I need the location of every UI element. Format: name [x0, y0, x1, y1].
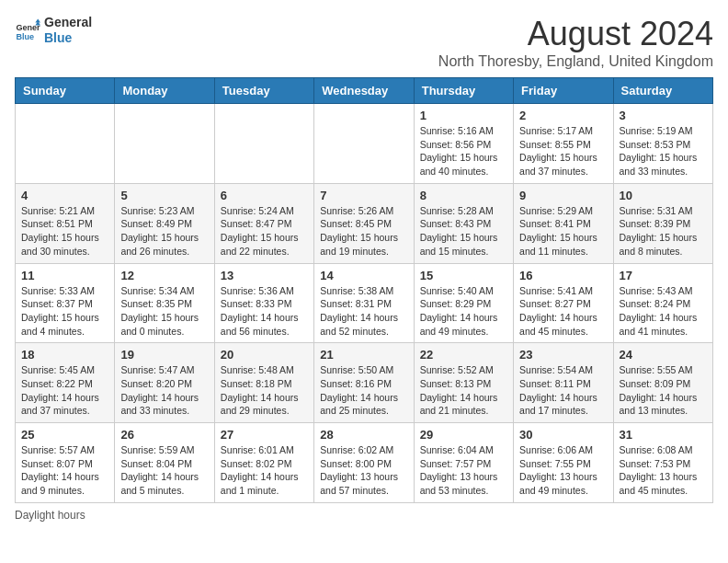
day-info: Sunrise: 5:21 AM Sunset: 8:51 PM Dayligh… — [21, 204, 108, 259]
day-cell: 15Sunrise: 5:40 AM Sunset: 8:29 PM Dayli… — [414, 263, 513, 343]
day-info: Sunrise: 5:55 AM Sunset: 8:09 PM Dayligh… — [620, 363, 707, 418]
day-info: Sunrise: 5:40 AM Sunset: 8:29 PM Dayligh… — [420, 284, 507, 339]
day-info: Sunrise: 5:16 AM Sunset: 8:56 PM Dayligh… — [420, 124, 507, 178]
week-row-1: 1Sunrise: 5:16 AM Sunset: 8:56 PM Daylig… — [16, 104, 713, 184]
day-number: 16 — [519, 269, 607, 282]
week-row-3: 11Sunrise: 5:33 AM Sunset: 8:37 PM Dayli… — [16, 263, 713, 343]
day-cell: 5Sunrise: 5:23 AM Sunset: 8:49 PM Daylig… — [115, 183, 214, 263]
day-cell: 17Sunrise: 5:43 AM Sunset: 8:24 PM Dayli… — [613, 263, 712, 343]
day-cell: 10Sunrise: 5:31 AM Sunset: 8:39 PM Dayli… — [613, 183, 712, 263]
day-number: 25 — [21, 428, 108, 442]
day-info: Sunrise: 5:26 AM Sunset: 8:45 PM Dayligh… — [320, 204, 407, 259]
day-number: 13 — [221, 269, 308, 282]
day-cell: 30Sunrise: 6:06 AM Sunset: 7:55 PM Dayli… — [514, 423, 613, 503]
day-cell: 20Sunrise: 5:48 AM Sunset: 8:18 PM Dayli… — [214, 343, 313, 423]
day-number: 7 — [320, 189, 407, 202]
day-info: Sunrise: 6:02 AM Sunset: 8:00 PM Dayligh… — [320, 443, 407, 498]
day-info: Sunrise: 5:33 AM Sunset: 8:37 PM Dayligh… — [21, 284, 108, 339]
day-cell: 27Sunrise: 6:01 AM Sunset: 8:02 PM Dayli… — [214, 423, 313, 503]
day-number: 15 — [420, 269, 507, 282]
day-info: Sunrise: 5:19 AM Sunset: 8:53 PM Dayligh… — [620, 124, 707, 178]
calendar-subtitle: North Thoresby, England, United Kingdom — [438, 53, 713, 70]
day-number: 14 — [320, 269, 407, 282]
day-number: 17 — [620, 269, 707, 282]
day-cell — [115, 104, 214, 184]
day-number: 11 — [21, 269, 108, 282]
day-info: Sunrise: 5:38 AM Sunset: 8:31 PM Dayligh… — [320, 284, 407, 339]
day-number: 24 — [620, 348, 707, 362]
week-row-4: 18Sunrise: 5:45 AM Sunset: 8:22 PM Dayli… — [16, 343, 713, 423]
day-number: 9 — [519, 189, 607, 202]
day-cell: 23Sunrise: 5:54 AM Sunset: 8:11 PM Dayli… — [514, 343, 613, 423]
day-number: 3 — [620, 109, 707, 122]
day-info: Sunrise: 5:36 AM Sunset: 8:33 PM Dayligh… — [221, 284, 308, 339]
day-cell: 3Sunrise: 5:19 AM Sunset: 8:53 PM Daylig… — [613, 104, 712, 184]
day-number: 8 — [420, 189, 507, 202]
day-info: Sunrise: 5:45 AM Sunset: 8:22 PM Dayligh… — [21, 363, 108, 418]
day-info: Sunrise: 5:41 AM Sunset: 8:27 PM Dayligh… — [519, 284, 607, 339]
day-number: 12 — [120, 269, 208, 282]
day-cell: 25Sunrise: 5:57 AM Sunset: 8:07 PM Dayli… — [16, 423, 115, 503]
calendar-table: SundayMondayTuesdayWednesdayThursdayFrid… — [15, 77, 713, 503]
day-number: 26 — [120, 428, 208, 442]
day-number: 18 — [21, 348, 108, 362]
day-number: 31 — [620, 428, 707, 442]
day-cell: 24Sunrise: 5:55 AM Sunset: 8:09 PM Dayli… — [613, 343, 712, 423]
day-cell: 4Sunrise: 5:21 AM Sunset: 8:51 PM Daylig… — [16, 183, 115, 263]
day-cell: 14Sunrise: 5:38 AM Sunset: 8:31 PM Dayli… — [314, 263, 414, 343]
day-cell: 29Sunrise: 6:04 AM Sunset: 7:57 PM Dayli… — [414, 423, 513, 503]
day-number: 5 — [120, 189, 208, 202]
day-cell — [16, 104, 115, 184]
logo-line1: General — [44, 15, 92, 30]
day-info: Sunrise: 5:24 AM Sunset: 8:47 PM Dayligh… — [221, 204, 308, 259]
day-cell: 28Sunrise: 6:02 AM Sunset: 8:00 PM Dayli… — [314, 423, 414, 503]
day-cell: 2Sunrise: 5:17 AM Sunset: 8:55 PM Daylig… — [514, 104, 613, 184]
day-cell: 1Sunrise: 5:16 AM Sunset: 8:56 PM Daylig… — [414, 104, 513, 184]
day-number: 6 — [221, 189, 308, 202]
day-cell: 7Sunrise: 5:26 AM Sunset: 8:45 PM Daylig… — [314, 183, 414, 263]
day-info: Sunrise: 5:52 AM Sunset: 8:13 PM Dayligh… — [420, 363, 507, 418]
day-number: 20 — [221, 348, 308, 362]
day-info: Sunrise: 6:08 AM Sunset: 7:53 PM Dayligh… — [620, 443, 707, 498]
day-cell: 18Sunrise: 5:45 AM Sunset: 8:22 PM Dayli… — [16, 343, 115, 423]
day-info: Sunrise: 5:48 AM Sunset: 8:18 PM Dayligh… — [221, 363, 308, 418]
day-info: Sunrise: 5:23 AM Sunset: 8:49 PM Dayligh… — [120, 204, 208, 259]
day-cell: 16Sunrise: 5:41 AM Sunset: 8:27 PM Dayli… — [514, 263, 613, 343]
day-info: Sunrise: 5:31 AM Sunset: 8:39 PM Dayligh… — [620, 204, 707, 259]
day-cell — [314, 104, 414, 184]
day-info: Sunrise: 5:17 AM Sunset: 8:55 PM Dayligh… — [519, 124, 607, 178]
day-info: Sunrise: 5:28 AM Sunset: 8:43 PM Dayligh… — [420, 204, 507, 259]
day-cell: 26Sunrise: 5:59 AM Sunset: 8:04 PM Dayli… — [115, 423, 214, 503]
day-number: 21 — [320, 348, 407, 362]
day-cell: 22Sunrise: 5:52 AM Sunset: 8:13 PM Dayli… — [414, 343, 513, 423]
header-cell-saturday: Saturday — [613, 78, 712, 104]
day-number: 22 — [420, 348, 507, 362]
day-cell: 6Sunrise: 5:24 AM Sunset: 8:47 PM Daylig… — [214, 183, 313, 263]
day-number: 29 — [420, 428, 507, 442]
title-block: August 2024 North Thoresby, England, Uni… — [438, 15, 713, 70]
day-cell: 9Sunrise: 5:29 AM Sunset: 8:41 PM Daylig… — [514, 183, 613, 263]
header-cell-monday: Monday — [115, 78, 214, 104]
logo-line2: Blue — [44, 30, 92, 46]
header-cell-friday: Friday — [514, 78, 613, 104]
day-number: 28 — [320, 428, 407, 442]
day-cell: 31Sunrise: 6:08 AM Sunset: 7:53 PM Dayli… — [613, 423, 712, 503]
day-info: Sunrise: 5:34 AM Sunset: 8:35 PM Dayligh… — [120, 284, 208, 339]
day-info: Sunrise: 5:47 AM Sunset: 8:20 PM Dayligh… — [120, 363, 208, 418]
header-cell-tuesday: Tuesday — [214, 78, 313, 104]
day-number: 10 — [620, 189, 707, 202]
svg-text:Blue: Blue — [16, 32, 34, 41]
day-info: Sunrise: 5:43 AM Sunset: 8:24 PM Dayligh… — [620, 284, 707, 339]
day-number: 19 — [120, 348, 208, 362]
day-cell: 8Sunrise: 5:28 AM Sunset: 8:43 PM Daylig… — [414, 183, 513, 263]
header-cell-thursday: Thursday — [414, 78, 513, 104]
day-info: Sunrise: 5:50 AM Sunset: 8:16 PM Dayligh… — [320, 363, 407, 418]
day-info: Sunrise: 5:59 AM Sunset: 8:04 PM Dayligh… — [120, 443, 208, 498]
day-number: 2 — [519, 109, 607, 122]
header-cell-wednesday: Wednesday — [314, 78, 414, 104]
day-info: Sunrise: 6:04 AM Sunset: 7:57 PM Dayligh… — [420, 443, 507, 498]
day-cell — [214, 104, 313, 184]
header-row: SundayMondayTuesdayWednesdayThursdayFrid… — [16, 78, 713, 104]
day-cell: 11Sunrise: 5:33 AM Sunset: 8:37 PM Dayli… — [16, 263, 115, 343]
page-header: General Blue General Blue August 2024 No… — [15, 15, 713, 70]
